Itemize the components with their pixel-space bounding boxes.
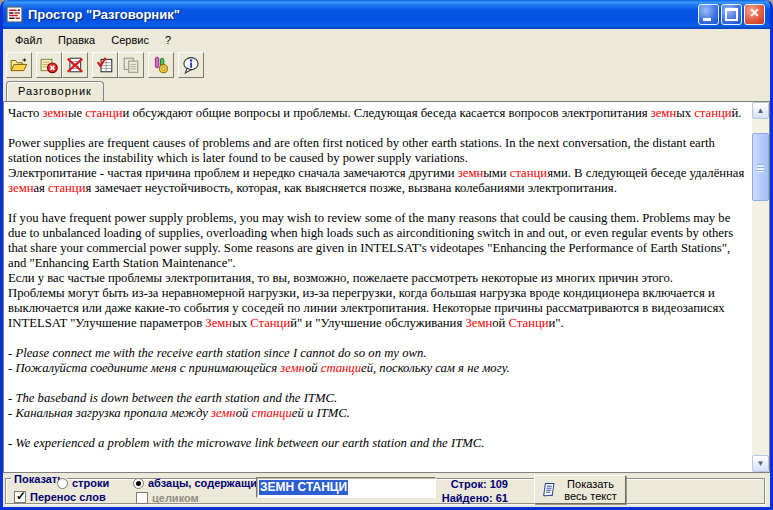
- search-panel: Показать строки абзацы, содержащие Перен…: [3, 473, 770, 507]
- menu-help[interactable]: ?: [157, 32, 179, 48]
- mark-document-button[interactable]: [92, 52, 118, 78]
- checkbox-word-wrap-label: Перенос слов: [30, 491, 106, 503]
- text-paragraph: Если у вас частые проблемы электропитани…: [8, 271, 749, 286]
- menu-edit[interactable]: Правка: [50, 32, 103, 48]
- close-button[interactable]: [744, 4, 765, 25]
- radio-paragraphs-label: абзацы, содержащие: [148, 477, 263, 489]
- checkbox-whole-word-box[interactable]: [136, 492, 148, 504]
- app-window: Простор "Разговорник" Файл Правка Сервис…: [0, 0, 773, 510]
- scroll-down-button[interactable]: ▼: [752, 455, 769, 472]
- menu-service[interactable]: Сервис: [103, 32, 157, 48]
- tab-bar: Разговорник: [3, 80, 770, 101]
- search-input-selected-text: ЗЕМН СТАНЦИ: [259, 480, 348, 495]
- vertical-scrollbar[interactable]: ▲ ▼: [752, 102, 769, 472]
- minimize-button[interactable]: [698, 4, 719, 25]
- window-title: Простор "Разговорник": [28, 7, 698, 22]
- app-icon: [6, 6, 23, 23]
- text-paragraph: - Пожалуйста соедините меня с принимающе…: [8, 361, 749, 376]
- title-bar[interactable]: Простор "Разговорник": [0, 0, 773, 29]
- scroll-up-button[interactable]: ▲: [752, 102, 769, 119]
- status-lines-count: Строк: 109: [426, 477, 508, 491]
- text-paragraph: Часто земные станции обсуждают общие воп…: [8, 106, 749, 121]
- close-file-button[interactable]: [36, 52, 62, 78]
- show-all-text-button[interactable]: Показать весь текст: [534, 475, 626, 504]
- radio-paragraphs-circle[interactable]: [133, 478, 144, 489]
- text-paragraph: If you have frequent power supply proble…: [8, 211, 749, 271]
- tab-razgovornik[interactable]: Разговорник: [6, 81, 104, 101]
- scroll-text-icon: [539, 482, 557, 498]
- open-folder-icon: [10, 56, 28, 74]
- text-paragraph: Power supplies are frequent causes of pr…: [8, 136, 749, 166]
- radio-lines[interactable]: строки: [57, 477, 109, 489]
- text-paragraph: - Канальная загрузка пропала между земно…: [8, 406, 749, 421]
- blank-line: [8, 331, 749, 346]
- info-icon: [182, 56, 200, 74]
- menu-bar: Файл Правка Сервис ?: [3, 29, 770, 50]
- text-paragraph: - The baseband is down between the earth…: [8, 391, 749, 406]
- text-paragraph: - Please connect me with the receive ear…: [8, 346, 749, 361]
- copy-icon: [122, 56, 140, 74]
- blank-line: [8, 121, 749, 136]
- menu-file[interactable]: Файл: [7, 32, 50, 48]
- text-paragraph: Электропитание - частая причина проблем …: [8, 166, 749, 196]
- blank-line: [8, 196, 749, 211]
- checkbox-whole-word[interactable]: целиком: [136, 492, 199, 504]
- text-content[interactable]: Часто земные станции обсуждают общие воп…: [4, 102, 752, 472]
- status-counters: Строк: 109 Найдено: 61: [426, 477, 508, 505]
- radio-paragraphs[interactable]: абзацы, содержащие: [133, 477, 263, 489]
- window-controls: [698, 4, 765, 25]
- radio-lines-circle[interactable]: [57, 478, 68, 489]
- maximize-button[interactable]: [721, 4, 742, 25]
- toolbar: [3, 50, 770, 80]
- tools-icon: [152, 56, 170, 74]
- checkbox-word-wrap-box[interactable]: [14, 491, 26, 503]
- search-input[interactable]: ЗЕМН СТАНЦИ: [256, 477, 436, 498]
- scrollbar-grip: [757, 164, 764, 172]
- open-button[interactable]: [6, 52, 32, 78]
- show-all-text-label: Показать весь текст: [556, 478, 625, 502]
- blank-line: [8, 421, 749, 436]
- service-button[interactable]: [148, 52, 174, 78]
- radio-lines-label: строки: [72, 477, 109, 489]
- status-found-count: Найдено: 61: [426, 491, 508, 505]
- phrasebook-text-area[interactable]: Часто земные станции обсуждают общие воп…: [3, 101, 770, 473]
- checkbox-word-wrap[interactable]: Перенос слов: [14, 491, 106, 503]
- delete-document-icon: [66, 56, 84, 74]
- close-file-icon: [40, 56, 58, 74]
- text-paragraph: Проблемы могут быть из-за неравномерной …: [8, 286, 749, 331]
- blank-line: [8, 376, 749, 391]
- text-paragraph: - We experienced a problem with the micr…: [8, 436, 749, 451]
- check-document-icon: [96, 56, 114, 74]
- delete-document-button[interactable]: [62, 52, 88, 78]
- checkbox-whole-word-label: целиком: [152, 492, 199, 504]
- scrollbar-thumb[interactable]: [752, 133, 769, 201]
- about-button[interactable]: [178, 52, 204, 78]
- copy-button[interactable]: [118, 52, 144, 78]
